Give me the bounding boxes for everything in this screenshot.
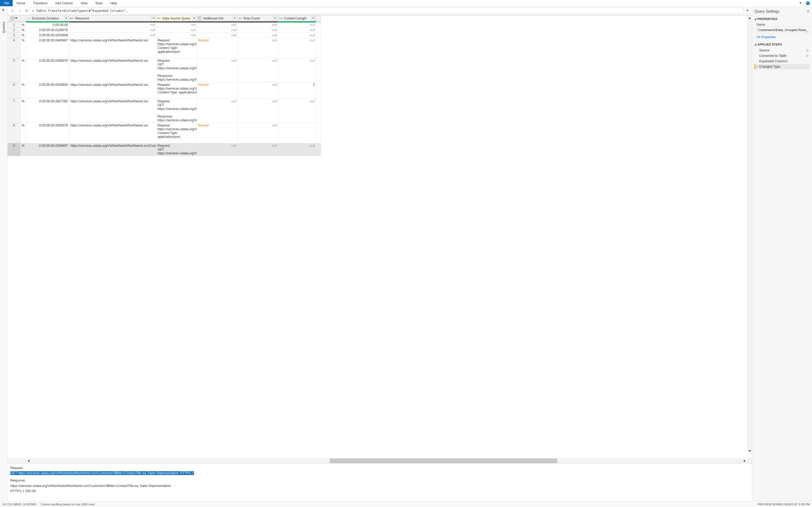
pct-cell: % — [20, 99, 26, 123]
gutter-cell — [316, 38, 321, 58]
gutter-cell — [316, 99, 321, 123]
file-menu[interactable]: File — [0, 0, 13, 6]
scroll-right-icon[interactable] — [742, 458, 747, 463]
content-length-cell: null — [278, 99, 316, 123]
menu-home[interactable]: Home — [13, 0, 29, 6]
row-number[interactable]: 4 — [8, 38, 20, 58]
formula-commit-button[interactable]: ✓ — [17, 8, 23, 14]
data-source-query-cell[interactable]: Request: https://services.odata.org/V4/N… — [157, 38, 197, 58]
formula-expand-button[interactable] — [745, 8, 750, 14]
data-source-query-cell[interactable]: null — [157, 27, 197, 33]
qbar — [238, 21, 278, 22]
row-number[interactable]: 8 — [8, 123, 20, 143]
column-filter-icon[interactable] — [233, 16, 237, 20]
queries-expand-button[interactable] — [0, 6, 7, 13]
gear-icon[interactable]: ⚙ — [806, 54, 809, 58]
query-settings-close-button[interactable]: ✕ — [807, 9, 810, 13]
row-selector-header[interactable] — [8, 15, 20, 21]
scroll-up-icon[interactable] — [747, 15, 752, 20]
data-source-query-cell[interactable]: Request: https://services.odata.org/V4/N… — [157, 82, 197, 99]
type-icon[interactable]: 123 — [238, 17, 243, 20]
additional-info-cell[interactable]: Record — [197, 82, 238, 99]
data-source-query-cell[interactable]: Request: GET https://services.odata.org/… — [157, 143, 197, 156]
svg-marker-1 — [3, 9, 4, 11]
step-source[interactable]: Source⚙ — [754, 48, 810, 53]
properties-section-header[interactable]: ◢PROPERTIES — [754, 16, 810, 22]
step-label: Expanded Column1 — [759, 59, 788, 63]
vertical-scrollbar[interactable] — [747, 15, 752, 453]
menu-add-column[interactable]: Add Column — [51, 0, 77, 6]
additional-info-cell: null — [197, 33, 238, 38]
scroll-down-icon[interactable] — [747, 449, 752, 453]
data-source-query-cell[interactable]: Request: GET https://services.odata.org/… — [157, 99, 197, 123]
step-changed-type[interactable]: ✕Changed Type — [754, 64, 810, 69]
menu-transform[interactable]: Transform — [29, 0, 51, 6]
row-number[interactable]: 6 — [8, 82, 20, 99]
step-converted-to-table[interactable]: Converted to Table⚙ — [754, 53, 810, 58]
qbar — [157, 21, 197, 22]
column-filter-icon[interactable] — [273, 16, 277, 20]
menu-bar: File HomeTransformAdd ColumnViewToolsHel… — [0, 0, 812, 6]
queries-tab-label[interactable]: Queries — [2, 13, 6, 501]
row-number[interactable]: 5 — [8, 58, 20, 82]
gutter-cell — [316, 143, 321, 156]
scroll-left-icon[interactable] — [26, 458, 31, 463]
column-header-data-source-query[interactable]: ABCData Source Query — [157, 15, 197, 21]
applied-steps-section-header[interactable]: ◢APPLIED STEPS — [754, 42, 810, 47]
data-source-query-cell[interactable]: Request: GET https://services.odata.org/… — [157, 58, 197, 82]
row-number[interactable]: 3 — [8, 33, 20, 38]
delete-step-icon[interactable]: ✕ — [756, 65, 758, 68]
type-icon[interactable]: 123 — [278, 17, 284, 20]
type-icon[interactable]: ABC — [157, 17, 162, 20]
pct-cell: % — [20, 123, 26, 143]
query-name-input[interactable] — [756, 27, 810, 33]
gear-icon[interactable]: ⚙ — [806, 49, 809, 52]
step-label: Converted to Table — [759, 54, 787, 58]
svg-marker-13 — [744, 460, 746, 462]
row-number[interactable]: 2 — [8, 27, 20, 33]
column-header-additional-info[interactable]: ABC123Additional Info — [197, 15, 238, 21]
formula-cancel-button[interactable]: ✕ — [9, 8, 16, 14]
select-all-icon[interactable] — [10, 17, 14, 20]
row-number[interactable]: 9 — [8, 143, 20, 156]
menu-tools[interactable]: Tools — [91, 0, 106, 6]
column-filter-icon[interactable] — [192, 16, 196, 20]
column-header-exclusive-duration[interactable]: ◷Exclusive Duration — [26, 15, 69, 21]
detail-response-line-2: HTTP/1.1 200 OK — [10, 489, 749, 494]
column-header-content-length[interactable]: 123Content Length — [278, 15, 316, 21]
column-header-row-count[interactable]: 123Row Count — [238, 15, 278, 21]
additional-info-cell[interactable]: Record — [197, 38, 238, 58]
column-header-resource[interactable]: ABCResource — [69, 15, 157, 21]
formula-input[interactable] — [30, 8, 744, 14]
horizontal-scrollbar[interactable] — [8, 458, 752, 463]
qbar — [197, 21, 238, 22]
type-icon[interactable]: ◷ — [26, 17, 32, 20]
column-filter-icon[interactable] — [64, 16, 68, 20]
pct-cell: % — [20, 22, 26, 27]
type-icon[interactable]: ABC — [69, 17, 75, 20]
column-filter-icon[interactable] — [151, 16, 155, 20]
additional-info-cell[interactable]: Record — [197, 123, 238, 143]
row-count-cell: null — [238, 38, 278, 58]
type-icon[interactable]: ABC123 — [197, 16, 202, 20]
detail-request-line[interactable]: GET https://services.odata.org/V4/Northw… — [10, 471, 194, 475]
additional-info-cell: null — [197, 99, 238, 123]
help-icon[interactable]: ? — [806, 1, 810, 5]
menu-help[interactable]: Help — [106, 0, 121, 6]
qbar — [69, 21, 157, 22]
menu-view[interactable]: View — [77, 0, 91, 6]
row-number[interactable]: 1 — [8, 22, 20, 27]
all-properties-link[interactable]: All Properties — [754, 34, 810, 42]
row-number[interactable]: 7 — [8, 99, 20, 123]
resource-cell: https://services.odata.org/V4/Northwind/… — [69, 99, 157, 123]
scroll-thumb[interactable] — [330, 458, 557, 463]
column-filter-icon[interactable] — [311, 16, 315, 20]
gutter-cell — [316, 33, 321, 38]
data-source-query-cell[interactable]: null — [157, 22, 197, 27]
data-source-query-cell[interactable]: null — [157, 33, 197, 38]
svg-marker-2 — [746, 10, 749, 11]
pct-header — [20, 15, 26, 21]
data-source-query-cell[interactable]: Request: https://services.odata.org/V4/N… — [157, 123, 197, 143]
step-expanded-column1[interactable]: Expanded Column1 — [754, 58, 810, 64]
ribbon-collapse-icon[interactable] — [797, 0, 804, 6]
